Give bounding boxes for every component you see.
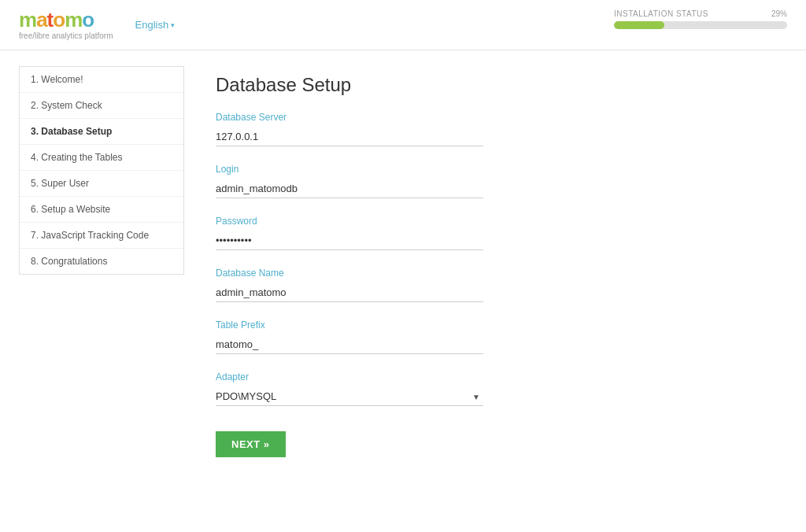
- install-status-label: INSTALLATION STATUS: [614, 9, 708, 18]
- logo-area: matomo free/libre analytics platform: [19, 9, 113, 40]
- table-prefix-input[interactable]: [216, 335, 483, 354]
- header: matomo free/libre analytics platform Eng…: [0, 0, 806, 50]
- progress-bar-fill: [614, 21, 664, 29]
- adapter-select-wrapper: PDO\MYSQLPDO\PGSQL ▼: [216, 387, 483, 406]
- install-status: INSTALLATION STATUS 29%: [614, 9, 787, 29]
- login-input[interactable]: [216, 179, 483, 198]
- db-name-label: Database Name: [216, 268, 483, 279]
- progress-bar-bg: [614, 21, 787, 29]
- adapter-select[interactable]: PDO\MYSQLPDO\PGSQL: [216, 387, 483, 406]
- sidebar-item[interactable]: 7. JavaScript Tracking Code: [20, 223, 183, 249]
- password-group: Password: [216, 216, 483, 250]
- table-prefix-group: Table Prefix: [216, 320, 483, 354]
- db-name-group: Database Name: [216, 268, 483, 302]
- sidebar: 1. Welcome!2. System Check3. Database Se…: [19, 66, 184, 275]
- table-prefix-label: Table Prefix: [216, 320, 483, 331]
- login-group: Login: [216, 164, 483, 198]
- chevron-down-icon: ▾: [171, 21, 175, 29]
- main-layout: 1. Welcome!2. System Check3. Database Se…: [0, 50, 806, 527]
- install-status-pct: 29%: [771, 9, 787, 18]
- password-input[interactable]: [216, 231, 483, 250]
- language-selector[interactable]: English ▾: [135, 19, 176, 31]
- db-server-input[interactable]: [216, 127, 483, 146]
- db-name-input[interactable]: [216, 283, 483, 302]
- sidebar-item[interactable]: 3. Database Setup: [20, 119, 183, 145]
- db-server-label: Database Server: [216, 112, 483, 123]
- logo: matomo: [19, 9, 113, 30]
- logo-tagline: free/libre analytics platform: [19, 31, 113, 40]
- language-label: English: [135, 19, 169, 31]
- adapter-group: Adapter PDO\MYSQLPDO\PGSQL ▼: [216, 371, 483, 406]
- sidebar-item[interactable]: 6. Setup a Website: [20, 197, 183, 223]
- login-label: Login: [216, 164, 483, 175]
- password-label: Password: [216, 216, 483, 227]
- sidebar-item[interactable]: 5. Super User: [20, 171, 183, 197]
- sidebar-item[interactable]: 1. Welcome!: [20, 67, 183, 93]
- sidebar-item[interactable]: 8. Congratulations: [20, 249, 183, 274]
- install-status-top: INSTALLATION STATUS 29%: [614, 9, 787, 18]
- page-title: Database Setup: [216, 74, 771, 96]
- db-server-group: Database Server: [216, 112, 483, 146]
- content-area: Database Setup Database Server Login Pas…: [200, 66, 787, 512]
- sidebar-item[interactable]: 2. System Check: [20, 93, 183, 119]
- adapter-label: Adapter: [216, 371, 483, 382]
- sidebar-item[interactable]: 4. Creating the Tables: [20, 145, 183, 171]
- next-button[interactable]: NEXT »: [216, 431, 286, 457]
